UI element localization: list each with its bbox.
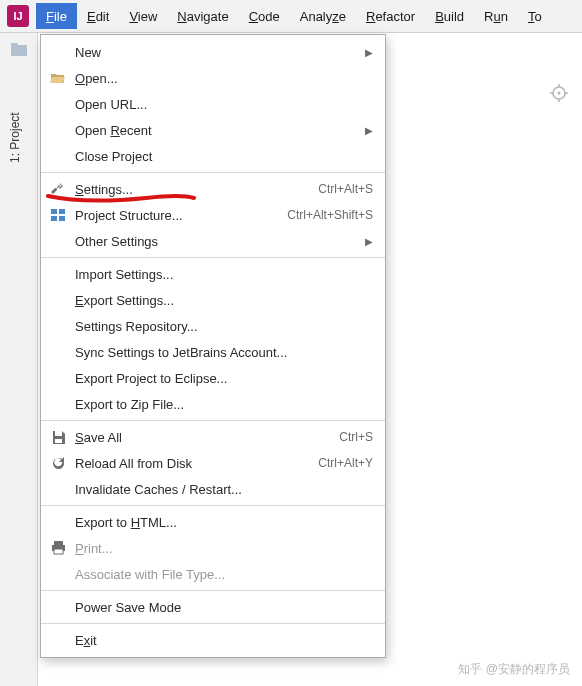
print-icon bbox=[47, 539, 69, 557]
blank-icon bbox=[47, 565, 69, 583]
menu-item-label: Print... bbox=[75, 541, 373, 556]
svg-text:IJ: IJ bbox=[13, 10, 22, 22]
watermark: 知乎 @安静的程序员 bbox=[458, 661, 570, 678]
blank-icon bbox=[47, 631, 69, 649]
blank-icon bbox=[47, 369, 69, 387]
menu-analyze[interactable]: Analyze bbox=[290, 3, 356, 29]
menu-item-label: Sync Settings to JetBrains Account... bbox=[75, 345, 373, 360]
folder-open-icon bbox=[47, 69, 69, 87]
menu-item-label: Open URL... bbox=[75, 97, 373, 112]
menu-item-associate-with-file-type: Associate with File Type... bbox=[41, 561, 385, 587]
svg-rect-11 bbox=[59, 209, 65, 214]
shortcut: Ctrl+S bbox=[339, 430, 373, 444]
menu-item-open-url[interactable]: Open URL... bbox=[41, 91, 385, 117]
menu-item-label: Open Recent bbox=[75, 123, 357, 138]
blank-icon bbox=[47, 598, 69, 616]
chevron-right-icon: ▶ bbox=[365, 125, 373, 136]
menu-item-label: Invalidate Caches / Restart... bbox=[75, 482, 373, 497]
menu-item-project-structure[interactable]: Project Structure...Ctrl+Alt+Shift+S bbox=[41, 202, 385, 228]
menu-item-sync-settings-to-jetbrains-account[interactable]: Sync Settings to JetBrains Account... bbox=[41, 339, 385, 365]
menu-item-label: Import Settings... bbox=[75, 267, 373, 282]
menu-item-reload-all-from-disk[interactable]: Reload All from DiskCtrl+Alt+Y bbox=[41, 450, 385, 476]
menu-item-label: Export Project to Eclipse... bbox=[75, 371, 373, 386]
separator bbox=[41, 420, 385, 421]
menu-item-label: Close Project bbox=[75, 149, 373, 164]
menu-item-label: Export Settings... bbox=[75, 293, 373, 308]
chevron-right-icon: ▶ bbox=[365, 47, 373, 58]
menu-item-export-project-to-eclipse[interactable]: Export Project to Eclipse... bbox=[41, 365, 385, 391]
reload-icon bbox=[47, 454, 69, 472]
menu-item-label: Reload All from Disk bbox=[75, 456, 308, 471]
menu-item-import-settings[interactable]: Import Settings... bbox=[41, 261, 385, 287]
target-icon[interactable] bbox=[550, 84, 568, 105]
blank-icon bbox=[47, 265, 69, 283]
blank-icon bbox=[47, 317, 69, 335]
menu-item-invalidate-caches-restart[interactable]: Invalidate Caches / Restart... bbox=[41, 476, 385, 502]
menu-item-export-to-html[interactable]: Export to HTML... bbox=[41, 509, 385, 535]
menu-item-settings[interactable]: Settings...Ctrl+Alt+S bbox=[41, 176, 385, 202]
menu-to[interactable]: To bbox=[518, 3, 552, 29]
menu-item-export-to-zip-file[interactable]: Export to Zip File... bbox=[41, 391, 385, 417]
separator bbox=[41, 505, 385, 506]
menu-navigate[interactable]: Navigate bbox=[167, 3, 238, 29]
menu-item-other-settings[interactable]: Other Settings▶ bbox=[41, 228, 385, 254]
shortcut: Ctrl+Alt+Shift+S bbox=[287, 208, 373, 222]
svg-rect-14 bbox=[55, 431, 62, 436]
svg-rect-10 bbox=[51, 209, 57, 214]
menu-item-settings-repository[interactable]: Settings Repository... bbox=[41, 313, 385, 339]
project-panel-icon[interactable] bbox=[7, 39, 31, 61]
menu-item-label: Other Settings bbox=[75, 234, 357, 249]
structure-icon bbox=[47, 206, 69, 224]
menu-item-power-save-mode[interactable]: Power Save Mode bbox=[41, 594, 385, 620]
menu-item-label: Open... bbox=[75, 71, 373, 86]
menu-item-close-project[interactable]: Close Project bbox=[41, 143, 385, 169]
project-tab[interactable]: 1: Project bbox=[6, 106, 24, 169]
blank-icon bbox=[47, 395, 69, 413]
blank-icon bbox=[47, 43, 69, 61]
menu-edit[interactable]: Edit bbox=[77, 3, 119, 29]
app-icon: IJ bbox=[4, 2, 32, 30]
svg-rect-15 bbox=[55, 439, 62, 443]
chevron-right-icon: ▶ bbox=[365, 236, 373, 247]
menu-refactor[interactable]: Refactor bbox=[356, 3, 425, 29]
menu-item-new[interactable]: New▶ bbox=[41, 39, 385, 65]
blank-icon bbox=[47, 480, 69, 498]
menu-item-label: Export to HTML... bbox=[75, 515, 373, 530]
svg-rect-12 bbox=[51, 216, 57, 221]
menu-build[interactable]: Build bbox=[425, 3, 474, 29]
menu-item-exit[interactable]: Exit bbox=[41, 627, 385, 653]
separator bbox=[41, 257, 385, 258]
svg-rect-16 bbox=[54, 541, 63, 545]
svg-rect-3 bbox=[11, 43, 18, 47]
menu-item-save-all[interactable]: Save AllCtrl+S bbox=[41, 424, 385, 450]
shortcut: Ctrl+Alt+S bbox=[318, 182, 373, 196]
separator bbox=[41, 590, 385, 591]
menu-view[interactable]: View bbox=[119, 3, 167, 29]
save-icon bbox=[47, 428, 69, 446]
menu-item-open-recent[interactable]: Open Recent▶ bbox=[41, 117, 385, 143]
blank-icon bbox=[47, 232, 69, 250]
svg-point-5 bbox=[558, 92, 561, 95]
menu-item-export-settings[interactable]: Export Settings... bbox=[41, 287, 385, 313]
menu-item-print: Print... bbox=[41, 535, 385, 561]
menu-item-label: Settings Repository... bbox=[75, 319, 373, 334]
menu-item-label: New bbox=[75, 45, 357, 60]
svg-rect-13 bbox=[59, 216, 65, 221]
left-gutter: 1: Project bbox=[0, 33, 38, 686]
menu-code[interactable]: Code bbox=[239, 3, 290, 29]
menu-item-label: Project Structure... bbox=[75, 208, 277, 223]
shortcut: Ctrl+Alt+Y bbox=[318, 456, 373, 470]
menu-run[interactable]: Run bbox=[474, 3, 518, 29]
menu-item-label: Settings... bbox=[75, 182, 308, 197]
menu-item-label: Power Save Mode bbox=[75, 600, 373, 615]
menu-item-open[interactable]: Open... bbox=[41, 65, 385, 91]
wrench-icon bbox=[47, 180, 69, 198]
menu-item-label: Associate with File Type... bbox=[75, 567, 373, 582]
menu-file[interactable]: File bbox=[36, 3, 77, 29]
svg-rect-18 bbox=[54, 549, 63, 554]
blank-icon bbox=[47, 343, 69, 361]
blank-icon bbox=[47, 147, 69, 165]
blank-icon bbox=[47, 95, 69, 113]
separator bbox=[41, 623, 385, 624]
menubar: IJ FileEditViewNavigateCodeAnalyzeRefact… bbox=[0, 0, 582, 33]
